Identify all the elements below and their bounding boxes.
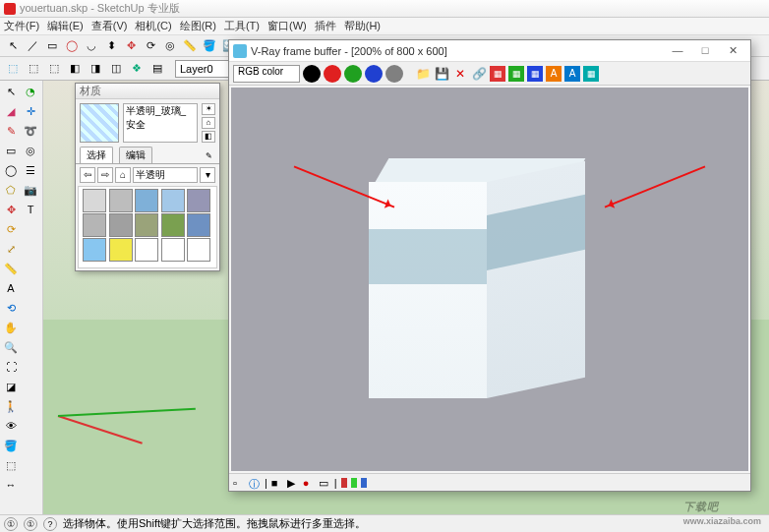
polygon-icon[interactable]: ⬠	[2, 181, 20, 199]
materials-fwd-icon[interactable]: ⇨	[97, 167, 113, 183]
move-tool-icon[interactable]: ✥	[122, 37, 140, 55]
material-preview[interactable]	[80, 103, 119, 143]
vray-titlebar[interactable]: V-Ray frame buffer - [200% of 800 x 600]…	[229, 40, 750, 62]
vray-status-stop-icon[interactable]: ■	[271, 477, 283, 489]
vray-a2-icon[interactable]: A	[564, 66, 580, 82]
hidden-line-icon[interactable]: ⬚	[45, 60, 63, 78]
materials-tab-edit[interactable]: 编辑	[119, 147, 152, 163]
xray-icon[interactable]: ◫	[107, 60, 125, 78]
vray-region-r-icon[interactable]: ▦	[490, 66, 505, 82]
axes-icon[interactable]: ✛	[22, 102, 39, 120]
vray-status-info-icon[interactable]: ⓘ	[249, 477, 261, 489]
vray-status-play-icon[interactable]: ▶	[287, 477, 299, 489]
pan-icon[interactable]: ✋	[2, 319, 20, 336]
menu-help[interactable]: 帮助(H)	[344, 19, 381, 33]
material-swatch[interactable]	[135, 238, 158, 262]
materials-panel[interactable]: 材质 半透明_玻璃_安全 ✶ ⌂ ◧ 选择 编辑 ✎ ⇦ ⇨ ⌂ 半透明 ▾	[75, 83, 220, 271]
menu-edit[interactable]: 编辑(E)	[47, 19, 84, 33]
vray-link-icon[interactable]: 🔗	[471, 66, 487, 82]
materials-back-icon[interactable]: ⇦	[80, 167, 95, 183]
vray-status-rec-icon[interactable]: ●	[303, 477, 315, 489]
rotate-icon[interactable]: ⟳	[2, 220, 20, 238]
walk-icon[interactable]: 🚶	[2, 397, 20, 415]
dimension-icon[interactable]: ↔	[2, 476, 20, 494]
material-swatch[interactable]	[83, 189, 106, 212]
circle-tool-icon[interactable]: ◯	[63, 37, 81, 55]
section-icon[interactable]: ◪	[2, 378, 20, 395]
vray-region-g-icon[interactable]: ▦	[508, 66, 524, 82]
move-icon[interactable]: ✥	[2, 201, 20, 218]
tape-icon[interactable]: 📏	[2, 260, 20, 277]
material-swatch[interactable]	[161, 213, 185, 237]
material-swatch[interactable]	[187, 189, 210, 212]
vray-clear-icon[interactable]: ✕	[452, 66, 468, 82]
3dtext-icon[interactable]: T	[22, 201, 39, 218]
vray-status-save-icon[interactable]: ▫	[233, 477, 245, 489]
materials-category-dropdown[interactable]: 半透明	[133, 167, 198, 183]
material-swatch[interactable]	[83, 213, 106, 237]
line-tool-icon[interactable]: ／	[24, 37, 41, 55]
vray-channel-blue-icon[interactable]	[365, 65, 383, 83]
material-swatch[interactable]	[187, 213, 210, 237]
pencil-icon[interactable]: ✎	[2, 122, 20, 140]
materials-title[interactable]: 材质	[76, 84, 219, 99]
vray-status-bar2-icon[interactable]	[351, 478, 357, 488]
vray-channel-red-icon[interactable]	[324, 65, 341, 83]
status-geo-icon[interactable]: ①	[4, 517, 18, 531]
paint-tool-icon[interactable]: 🪣	[201, 37, 218, 55]
material-eyedropper-icon[interactable]: ✎	[202, 151, 215, 163]
material-display-icon[interactable]: ◧	[202, 131, 215, 143]
material-swatch[interactable]	[161, 238, 185, 262]
menu-window[interactable]: 窗口(W)	[267, 19, 307, 33]
circle-icon[interactable]: ◯	[2, 161, 20, 179]
tape-tool-icon[interactable]: 📏	[181, 37, 199, 55]
vray-channel-green-icon[interactable]	[344, 65, 362, 83]
vray-channel-all-icon[interactable]	[303, 65, 321, 83]
status-user-icon[interactable]: ①	[24, 517, 37, 531]
shaded-icon[interactable]: ◧	[66, 60, 84, 78]
materials-menu-icon[interactable]: ▾	[200, 167, 215, 183]
vray-channel-mono-icon[interactable]	[385, 65, 403, 83]
followme-icon[interactable]: ➰	[22, 122, 39, 140]
material-swatch[interactable]	[135, 213, 158, 237]
material-name-field[interactable]: 半透明_玻璃_安全	[123, 103, 198, 143]
layers-icon[interactable]: ❖	[128, 60, 146, 78]
vray-channel-dropdown[interactable]: RGB color	[233, 65, 300, 83]
text-icon[interactable]: A	[2, 279, 20, 297]
position-camera-icon[interactable]: 📷	[22, 181, 39, 199]
menu-camera[interactable]: 相机(C)	[135, 19, 171, 33]
eraser-icon[interactable]: ◢	[2, 102, 20, 120]
wireframe-icon[interactable]: ⬚	[25, 60, 42, 78]
vray-a1-icon[interactable]: A	[546, 66, 562, 82]
layer-visibility-icon[interactable]: ▤	[148, 60, 166, 78]
material-swatch[interactable]	[187, 238, 210, 262]
pushpull-tool-icon[interactable]: ⬍	[102, 37, 120, 55]
rect-tool-icon[interactable]: ▭	[43, 37, 61, 55]
vray-status-bar1-icon[interactable]	[341, 478, 347, 488]
menu-plugins[interactable]: 插件	[315, 19, 336, 33]
menu-view[interactable]: 查看(V)	[91, 19, 128, 33]
vray-open-icon[interactable]: 📁	[415, 66, 431, 82]
vray-region-b-icon[interactable]: ▦	[527, 66, 543, 82]
menu-tools[interactable]: 工具(T)	[224, 19, 260, 33]
paint-bucket-icon[interactable]: 🪣	[2, 437, 20, 454]
vray-window[interactable]: V-Ray frame buffer - [200% of 800 x 600]…	[228, 39, 751, 492]
offset2-icon[interactable]: ◎	[22, 142, 39, 159]
materials-tab-select[interactable]: 选择	[80, 147, 113, 163]
vray-status-prog-icon[interactable]: ▭	[319, 477, 330, 489]
shaded-tex-icon[interactable]: ◨	[87, 60, 104, 78]
vray-render-viewport[interactable]	[231, 88, 748, 471]
material-swatch[interactable]	[135, 189, 158, 212]
scale-icon[interactable]: ⤢	[2, 240, 20, 258]
offset-tool-icon[interactable]: ◎	[161, 37, 179, 55]
material-swatch[interactable]	[109, 189, 133, 212]
arc-tool-icon[interactable]: ◡	[83, 37, 100, 55]
component-icon[interactable]: ⬚	[2, 456, 20, 474]
material-swatch[interactable]	[109, 238, 133, 262]
rotate-tool-icon[interactable]: ⟳	[142, 37, 159, 55]
select-tool-icon[interactable]: ↖	[4, 37, 22, 55]
vray-maximize-button[interactable]: □	[691, 42, 719, 60]
vray-save-icon[interactable]: 💾	[434, 66, 449, 82]
pointer-icon[interactable]: ↖	[2, 83, 20, 100]
material-default-icon[interactable]: ⌂	[202, 117, 215, 129]
